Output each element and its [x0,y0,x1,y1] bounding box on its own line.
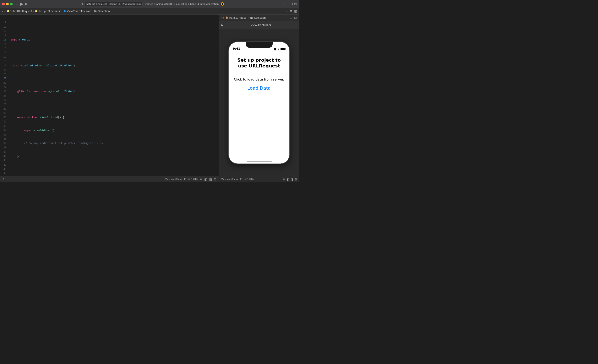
code-line-15: override func viewDidLoad() { [11,115,219,120]
navigator-button[interactable]: ◱ [287,2,289,6]
battery-fill [281,48,285,50]
add-button[interactable]: ＋ [279,2,282,6]
preview-bottom-right: ⊕ ◧ ◨ ⊡ [283,178,297,181]
swift-file-icon: 🔷 [63,10,66,12]
line-10: 10 [0,25,8,29]
code-line-17: // Do any additional setup after loading… [11,141,219,146]
line-24: 24 [0,85,8,90]
line-32: 32 [0,120,8,124]
phone-app-subtitle: Click to load data from server. [234,77,284,81]
breadcrumb-label-3: ViewController.swift [67,10,91,13]
layout-toggle-1[interactable]: ◧ [204,178,207,181]
main-area: 8 9 10 11 12 13 14 15 16 17 18 19 20 21 … [0,15,299,182]
breadcrumb-item-2[interactable]: 📁 SetupURLRequest [35,10,61,13]
back-button[interactable]: ‹ [2,9,3,13]
line-9: 9 [0,21,8,25]
preview-title: View Controller [225,24,297,27]
line-27: 27 [0,98,8,103]
line-38: 38 [0,146,8,150]
assistant-button[interactable]: ⊟ [291,2,293,6]
scheme-label: SetupURLRequest [86,3,107,5]
line-34: 34 [0,129,8,133]
sidebar-toggle-button[interactable]: ☰ [16,2,19,6]
editor-bottom-bar: ? View as: iPhone 11 (⌘C ⌘R) ⊕ ◧ ◨ ⊡ [0,176,219,182]
editor-navbar: ‹ › 📁 SetupURLRequest › 📁 SetupURLReques… [0,8,299,15]
preview-layout-1[interactable]: ◧ [287,178,289,181]
zoom-button[interactable]: ⊕ [200,178,202,181]
inspector-panel-btn[interactable]: ◱ [294,9,297,13]
preview-panel: ‹ › 🎨 Main.s...(Base) › No Selection ☰ ◱… [219,15,299,182]
close-button[interactable] [2,3,5,5]
titlebar-controls: ☰ ▶ ■ [16,2,27,6]
line-28: 28 [0,103,8,107]
bottom-right: View as: iPhone 11 (⌘C ⌘R) ⊕ ◧ ◨ ⊡ [165,178,216,181]
line-45: 45 [0,176,8,176]
code-line-13: @IBOutlet weak var myLabel: UILabel! [11,90,219,94]
warning-badge[interactable]: 1 [221,2,224,6]
layout-toggle-2[interactable]: ◨ [209,178,212,181]
code-line-18: } [11,154,219,159]
titlebar: ☰ ▶ ■ ⚙ SetupURLRequest › iPhone SE (2nd… [0,0,299,8]
phone-notch [246,42,273,48]
scheme-selector[interactable]: SetupURLRequest › iPhone SE (2nd generat… [84,2,143,6]
phone-load-btn[interactable]: Load Data [247,86,271,91]
preview-nav-btn-1[interactable]: ☰ [290,16,292,19]
run-button[interactable]: ▶ [20,2,23,6]
code-content[interactable]: 8 9 10 11 12 13 14 15 16 17 18 19 20 21 … [0,15,219,176]
preview-nav-btn-2[interactable]: ◱ [294,16,297,19]
phone-app-title: Set up project touse URLRequest [237,57,281,69]
line-26: 26 [0,94,8,98]
breadcrumb-item-4[interactable]: No Selection [94,10,110,13]
navbars-right: ☰ ⊞ ◱ [286,9,297,13]
breadcrumb-item-3[interactable]: 🔷 ViewController.swift [63,10,91,13]
breadcrumb-label-2: SetupURLRequest [38,10,61,13]
preview-layout-3[interactable]: ⊡ [294,178,297,181]
line-42: 42 [0,163,8,167]
inspector-button[interactable]: ◳ [294,2,297,6]
phone-home-indicator [229,159,289,163]
code-line-19 [11,167,219,172]
phone-time: 9:41 [233,47,240,50]
line-8: 8 [0,16,8,21]
line-21: 21 [0,72,8,77]
preview-layout-2[interactable]: ◨ [291,178,293,181]
code-line-14 [11,103,219,107]
line-16: 16 [0,51,8,55]
line-23: 23 [0,81,8,85]
navigator-panel-btn[interactable]: ☰ [286,9,288,13]
breadcrumb-item-1[interactable]: 📁 SetupURLRequest [7,10,32,13]
preview-play-button[interactable]: ▶ [221,24,224,27]
grid-btn[interactable]: ⊞ [290,9,292,13]
code-line-10 [11,51,219,55]
line-11: 11 [0,29,8,33]
maximize-button[interactable] [10,3,13,5]
preview-forward-button[interactable]: › [223,16,224,19]
preview-navbar-right: ☰ ◱ [290,16,297,19]
help-button[interactable]: ? [2,178,4,181]
code-line-8 [11,25,219,29]
code-editor[interactable]: 8 9 10 11 12 13 14 15 16 17 18 19 20 21 … [0,15,219,182]
line-22: 22 [0,77,8,81]
preview-back-button[interactable]: ‹ [221,16,222,19]
layout-toggle-3[interactable]: ⊡ [214,178,216,181]
preview-breadcrumb-label-1: Main.s...(Base) [229,16,248,19]
breadcrumb-label-1: SetupURLRequest [10,10,32,13]
forward-button[interactable]: › [4,9,5,13]
preview-breadcrumb: 🎨 Main.s...(Base) › No Selection [225,16,266,19]
preview-breadcrumb-label-2[interactable]: No Selection [250,16,266,19]
preview-breadcrumb-1[interactable]: 🎨 Main.s...(Base) [225,16,248,19]
preview-zoom-btn[interactable]: ⊕ [283,178,285,181]
titlebar-right: ＋ ⊞ ◱ ⊟ ◳ [279,2,297,6]
code-line-9: import UIKit [11,38,219,42]
preview-toolbar: ▶ View Controller [219,21,299,29]
stop-button[interactable]: ■ [25,2,27,6]
minimize-button[interactable] [6,3,9,5]
battery-tip [285,49,286,50]
layout-button[interactable]: ⊞ [283,2,285,6]
line-30: 30 [0,111,8,116]
phone-indicators: ▐▌ ≋ [274,48,285,50]
line-39: 39 [0,150,8,154]
preview-content: 9:41 ▐▌ ≋ Set up project touse URLReques… [219,29,299,176]
line-29: 29 [0,107,8,111]
code-line-12 [11,77,219,81]
